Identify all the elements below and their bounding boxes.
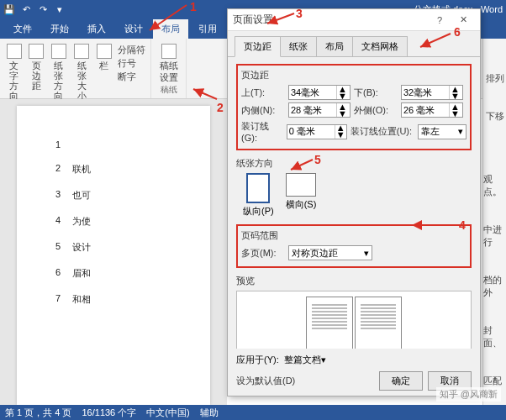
preview-box — [236, 291, 472, 349]
inside-label: 内侧(N): — [241, 104, 285, 117]
gaozhi-icon — [161, 44, 177, 59]
outside-label: 外侧(O): — [354, 104, 398, 117]
tab-paper[interactable]: 纸张 — [280, 36, 317, 57]
accessibility[interactable]: 辅助 — [200, 407, 219, 419]
top-input[interactable]: ▲▼ — [288, 85, 351, 100]
bottom-label: 下(B): — [354, 87, 398, 99]
line-numbers-button[interactable]: 行号 — [118, 57, 145, 70]
qat-more-icon[interactable]: ▾ — [54, 3, 66, 15]
gutter-pos-select[interactable]: 靠左▾ — [418, 124, 466, 139]
chevron-down-icon: ▾ — [321, 354, 326, 365]
columns-button[interactable]: 栏 — [94, 42, 114, 72]
document-area: 1 2联机 3也可 4为使 5设计 6眉和 7和相 — [0, 99, 227, 405]
redo-icon[interactable]: ↷ — [37, 3, 49, 15]
tab-home[interactable]: 开始 — [42, 19, 77, 39]
margins-section: 页边距 上(T): ▲▼ 下(B): ▲▼ 内侧(N): ▲▼ 外侧(O): ▲… — [236, 64, 472, 150]
preview-section: 预览 — [236, 275, 472, 349]
chevron-down-icon: ▾ — [364, 248, 369, 259]
gutter-input[interactable]: ▲▼ — [287, 124, 347, 139]
apply-to-select[interactable]: 整篇文档▾ — [284, 354, 360, 366]
text-direction-icon — [7, 44, 22, 59]
breaks-button[interactable]: 分隔符 — [118, 44, 145, 56]
page-range-section: 页码范围 多页(M): 对称页边距▾ — [236, 224, 472, 268]
watermark: 知乎 @风商新 — [436, 387, 501, 402]
dialog-title: 页面设置 — [233, 13, 428, 27]
page-count[interactable]: 第 1 页，共 4 页 — [5, 407, 71, 419]
portrait-option[interactable]: 纵向(P) — [243, 173, 274, 218]
multipage-select[interactable]: 对称页边距▾ — [288, 245, 372, 260]
size-icon — [74, 44, 89, 59]
landscape-option[interactable]: 横向(S) — [286, 173, 317, 211]
help-button[interactable]: ? — [428, 12, 451, 29]
dialog-tabs: 页边距 纸张 布局 文档网格 — [228, 31, 480, 57]
margins-icon — [29, 44, 44, 59]
set-default-button[interactable]: 设为默认值(D) — [236, 372, 307, 390]
orientation-section: 纸张方向 纵向(P) 横向(S) — [236, 157, 472, 218]
size-button[interactable]: 纸张大小 — [71, 42, 92, 102]
word-count[interactable]: 16/1136 个字 — [82, 407, 136, 419]
chevron-down-icon: ▾ — [458, 126, 463, 137]
outside-input[interactable]: ▲▼ — [401, 102, 463, 118]
right-sidebar: 排列 下移 观点。 中进行 档的外 封面、 匹配的 新需 — [482, 39, 506, 405]
document-page[interactable]: 1 2联机 3也可 4为使 5设计 6眉和 7和相 — [17, 106, 210, 405]
tab-docgrid[interactable]: 文档网格 — [352, 36, 408, 57]
text-direction-button[interactable]: 文字方向 — [3, 42, 24, 102]
tab-file[interactable]: 文件 — [5, 19, 40, 39]
gutter-pos-label: 装订线位置(U): — [351, 125, 415, 138]
breaks-group: 分隔符 行号 断字 — [116, 42, 147, 85]
close-button[interactable]: ✕ — [451, 12, 475, 29]
apply-to-label: 应用于(Y): — [236, 354, 279, 366]
status-bar: 第 1 页，共 4 页 16/1136 个字 中文(中国) 辅助 — [0, 405, 506, 420]
columns-icon — [97, 44, 112, 59]
tab-insert[interactable]: 插入 — [79, 19, 114, 39]
undo-icon[interactable]: ↶ — [20, 3, 32, 15]
multipage-label: 多页(M): — [241, 247, 285, 260]
page-setup-dialog: 页面设置 ? ✕ 页边距 纸张 布局 文档网格 页边距 上(T): ▲▼ 下(B… — [227, 8, 481, 396]
dialog-titlebar: 页面设置 ? ✕ — [228, 9, 480, 31]
orientation-icon — [51, 44, 66, 59]
margins-button[interactable]: 页边距 — [26, 42, 46, 92]
top-label: 上(T): — [241, 87, 285, 99]
bottom-input[interactable]: ▲▼ — [401, 85, 463, 100]
gaozhi-group-label: 稿纸 — [161, 84, 177, 97]
tab-design[interactable]: 设计 — [116, 19, 151, 39]
save-icon[interactable]: 💾 — [3, 3, 15, 15]
tab-margins[interactable]: 页边距 — [235, 36, 281, 57]
tab-layout-dlg[interactable]: 布局 — [316, 36, 353, 57]
ok-button[interactable]: 确定 — [379, 371, 423, 391]
inside-input[interactable]: ▲▼ — [288, 102, 351, 118]
tab-references[interactable]: 引用 — [190, 19, 225, 39]
gaozhi-button[interactable]: 稿纸设置 — [157, 42, 181, 84]
orientation-button[interactable]: 纸张方向 — [48, 42, 69, 102]
hyphenation-button[interactable]: 断字 — [118, 71, 145, 83]
language[interactable]: 中文(中国) — [146, 407, 189, 419]
tab-layout[interactable]: 布局 — [153, 19, 188, 39]
gutter-label: 装订线(G): — [241, 120, 283, 143]
